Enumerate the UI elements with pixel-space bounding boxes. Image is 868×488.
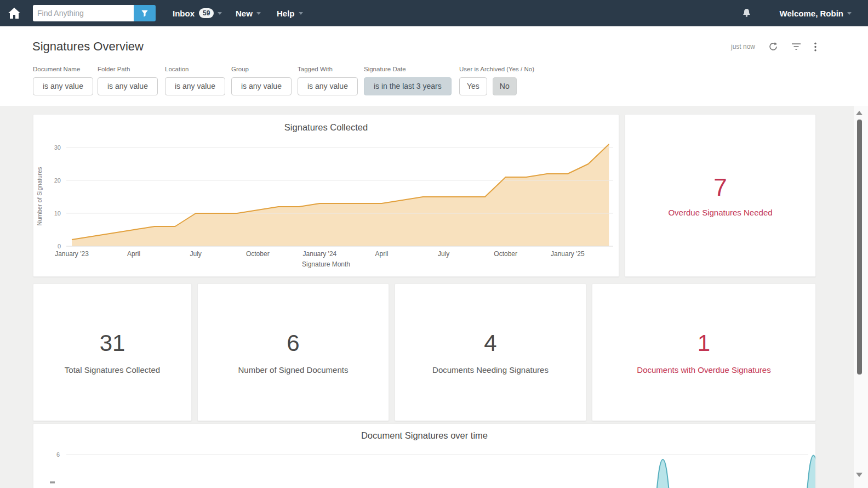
kebab-menu-icon	[814, 42, 816, 52]
new-label: New	[236, 9, 253, 18]
search-filter-button[interactable]	[134, 5, 156, 21]
filter-chip-location[interactable]: is any value	[165, 77, 225, 95]
chevron-down-icon	[256, 12, 261, 15]
filter-group: Group is any value	[231, 66, 292, 95]
header-tools: just now	[731, 42, 816, 52]
filter-label: Folder Path	[98, 66, 158, 72]
scrollbar-thumb[interactable]	[857, 120, 862, 374]
x-axis-label: Signature Month	[33, 260, 619, 268]
stat-value: 1	[698, 330, 710, 356]
home-button[interactable]	[5, 5, 23, 21]
chevron-down-icon	[847, 12, 852, 15]
stat-label: Total Signatures Collected	[65, 365, 160, 374]
stat-label: Number of Signed Documents	[238, 365, 349, 374]
last-refreshed-label: just now	[731, 43, 755, 50]
svg-text:April: April	[375, 250, 388, 258]
refresh-icon	[768, 42, 778, 52]
document-signatures-over-time-card: Document Signatures over time 6	[33, 423, 816, 488]
stat-card-overdue-documents: 1 Documents with Overdue Signatures	[592, 283, 816, 421]
inbox-count-badge: 59	[199, 8, 214, 18]
scrollbar-up-arrow[interactable]	[856, 111, 863, 115]
svg-text:10: 10	[54, 210, 61, 217]
inbox-label: Inbox	[173, 9, 195, 18]
filter-folder-path: Folder Path is any value	[98, 66, 158, 95]
svg-text:30: 30	[54, 144, 61, 151]
archived-yes-chip[interactable]: Yes	[459, 77, 487, 95]
new-menu[interactable]: New	[236, 0, 261, 26]
filter-document-name: Document Name is any value	[33, 66, 93, 95]
stat-card-total-signatures: 31 Total Signatures Collected	[33, 283, 192, 421]
stat-value: 6	[287, 330, 299, 356]
page-title: Signatures Overview	[32, 39, 144, 54]
filter-chip-signature-date[interactable]: is in the last 3 years	[364, 77, 452, 95]
signatures-collected-card: Signatures Collected Number of Signature…	[33, 114, 619, 277]
filter-tagged-with: Tagged With is any value	[298, 66, 358, 95]
svg-text:January '23: January '23	[55, 250, 89, 258]
inbox-menu[interactable]: Inbox 59	[173, 0, 222, 26]
svg-text:20: 20	[54, 177, 61, 184]
document-signatures-chart: 6	[33, 424, 815, 488]
stat-label: Documents Needing Signatures	[432, 365, 549, 374]
filter-chip-document-name[interactable]: is any value	[33, 77, 93, 95]
filter-location: Location is any value	[165, 66, 225, 95]
archived-no-chip[interactable]: No	[493, 77, 517, 95]
stat-label: Documents with Overdue Signatures	[637, 365, 770, 374]
chevron-down-icon	[218, 12, 222, 15]
notifications-bell[interactable]	[741, 8, 752, 20]
home-icon	[8, 7, 21, 19]
filter-chip-group[interactable]: is any value	[231, 77, 292, 95]
filter-signature-date: Signature Date is in the last 3 years	[364, 66, 452, 95]
svg-text:January '24: January '24	[303, 250, 337, 258]
svg-text:July: July	[190, 250, 202, 258]
filter-label: Location	[165, 66, 225, 72]
signatures-collected-chart: 0102030January '23AprilJulyOctoberJanuar…	[33, 115, 619, 276]
funnel-icon	[141, 9, 149, 18]
top-navbar: Inbox 59 New Help Welcome, Robin	[0, 0, 868, 26]
filter-lines-icon	[791, 43, 801, 50]
svg-text:October: October	[494, 250, 517, 258]
help-menu[interactable]: Help	[277, 0, 303, 26]
bell-icon	[741, 8, 752, 18]
more-options-button[interactable]	[814, 42, 816, 52]
search-input[interactable]	[33, 5, 134, 21]
overdue-count: 7	[713, 174, 727, 201]
filter-label: Group	[231, 66, 292, 72]
filter-chip-folder-path[interactable]: is any value	[98, 77, 158, 95]
user-menu[interactable]: Welcome, Robin	[780, 0, 852, 26]
refresh-button[interactable]	[768, 42, 778, 52]
svg-text:July: July	[438, 250, 449, 258]
filter-label: Signature Date	[364, 66, 452, 72]
svg-text:6: 6	[56, 451, 60, 458]
filter-button[interactable]	[791, 43, 801, 50]
chevron-down-icon	[299, 12, 303, 15]
stat-value: 4	[484, 330, 496, 356]
svg-text:January '25: January '25	[551, 250, 585, 258]
help-label: Help	[277, 9, 295, 18]
svg-text:0: 0	[58, 243, 61, 249]
overdue-signatures-card: 7 Overdue Signatures Needed	[625, 114, 816, 277]
stat-card-signed-documents: 6 Number of Signed Documents	[197, 283, 389, 421]
welcome-label: Welcome, Robin	[780, 9, 843, 18]
scrollbar-down-arrow[interactable]	[856, 473, 863, 477]
filter-user-archived: User is Archived (Yes / No) Yes No	[459, 66, 534, 95]
overdue-label: Overdue Signatures Needed	[668, 208, 772, 217]
filter-label: Tagged With	[298, 66, 358, 72]
stat-card-needing-signatures: 4 Documents Needing Signatures	[395, 283, 586, 421]
filter-label: User is Archived (Yes / No)	[459, 66, 534, 72]
svg-text:October: October	[246, 250, 270, 258]
filter-label: Document Name	[33, 66, 93, 72]
svg-text:April: April	[127, 250, 140, 258]
global-search	[33, 5, 156, 21]
filter-chip-tagged-with[interactable]: is any value	[298, 77, 358, 95]
stat-value: 31	[100, 330, 125, 356]
